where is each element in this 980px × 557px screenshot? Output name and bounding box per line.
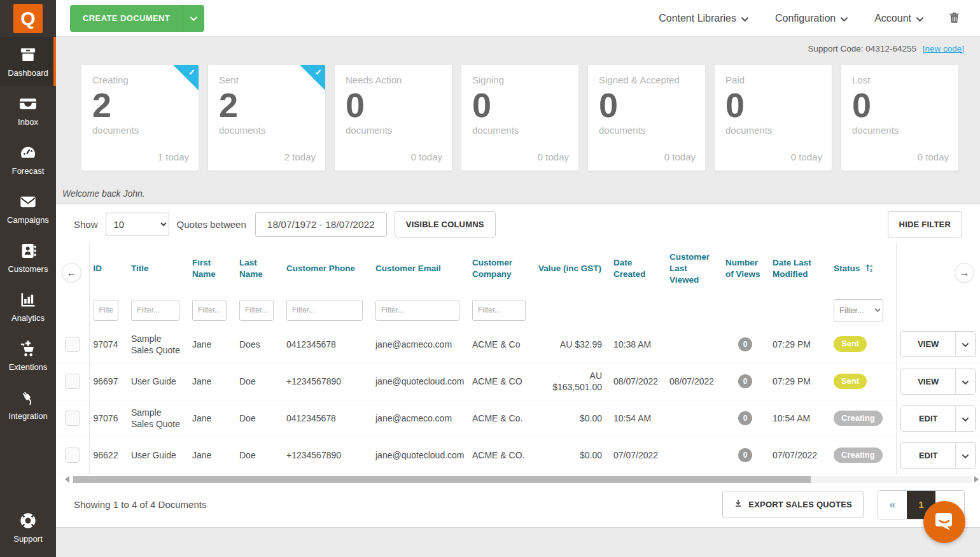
filter-select-status[interactable]: Filter... xyxy=(834,299,883,321)
cell-value: $0.00 xyxy=(535,400,610,437)
status-card-needs-action[interactable]: ✓Needs Action0documents0 today xyxy=(335,65,452,171)
row-action-caret-button[interactable] xyxy=(955,369,975,394)
row-checkbox[interactable] xyxy=(65,411,80,426)
filter-input-first[interactable] xyxy=(192,300,227,321)
filter-input-id[interactable] xyxy=(94,300,119,321)
status-card-paid[interactable]: ✓Paid0documents0 today xyxy=(715,65,832,171)
sidebar-nav: DashboardInboxForecastCampaignsCustomers… xyxy=(0,37,56,557)
column-header-id[interactable]: ID xyxy=(89,243,127,294)
pagination-first-button[interactable]: « xyxy=(878,491,907,519)
sidebar-item-customers[interactable]: Customers xyxy=(0,233,56,282)
cell-value: AU $32.99 xyxy=(535,326,610,363)
row-action-view-button[interactable]: VIEW xyxy=(901,332,955,356)
sidebar-item-extentions[interactable]: Extentions xyxy=(0,331,56,380)
column-header-last[interactable]: Last Name xyxy=(235,243,283,294)
create-document-caret-button[interactable] xyxy=(183,5,204,32)
download-icon xyxy=(734,499,743,510)
row-checkbox[interactable] xyxy=(65,337,80,352)
status-card-creating[interactable]: ✓Creating2documents1 today xyxy=(81,65,199,171)
card-count: 0 xyxy=(852,85,948,125)
sidebar-item-integration[interactable]: Integration xyxy=(0,380,56,429)
column-header-value[interactable]: Value (inc GST) xyxy=(535,243,610,294)
app-logo-icon[interactable]: Q xyxy=(13,4,43,33)
trash-icon xyxy=(948,17,961,26)
support-code-text: Support Code: 04312-64255 xyxy=(808,44,916,53)
scrollbar-thumb[interactable] xyxy=(73,476,811,483)
column-header-company[interactable]: Customer Company xyxy=(468,243,535,294)
column-header-email[interactable]: Customer Email xyxy=(372,243,468,294)
filter-input-company[interactable] xyxy=(472,300,526,321)
new-code-link[interactable]: [new code] xyxy=(923,44,964,53)
card-today: 0 today xyxy=(664,152,696,162)
topbar: CREATE DOCUMENT Content LibrariesConfigu… xyxy=(56,0,980,37)
visible-columns-button[interactable]: VISIBLE COLUMNS xyxy=(395,211,496,237)
menu-account[interactable]: Account xyxy=(874,13,923,24)
column-header-views[interactable]: Number of Views xyxy=(722,243,769,294)
status-card-signed-accepted[interactable]: ✓Signed & Accepted0documents0 today xyxy=(588,65,705,171)
filter-input-email[interactable] xyxy=(375,300,459,321)
hide-filter-button[interactable]: HIDE FILTER xyxy=(888,211,962,237)
check-icon: ✓ xyxy=(315,67,322,77)
main-column: CREATE DOCUMENT Content LibrariesConfigu… xyxy=(56,0,980,557)
row-action-view-button[interactable]: VIEW xyxy=(901,369,955,394)
showing-summary: Showing 1 to 4 of 4 Documents xyxy=(74,499,206,510)
card-count: 2 xyxy=(219,85,314,125)
row-action-edit-button[interactable]: EDIT xyxy=(901,406,955,431)
column-header-first[interactable]: First Name xyxy=(188,243,235,294)
sidebar-item-analytics[interactable]: Analytics xyxy=(0,282,56,331)
card-today: 0 today xyxy=(411,152,442,162)
menu-content-libraries[interactable]: Content Libraries xyxy=(659,13,748,24)
create-document-button[interactable]: CREATE DOCUMENT xyxy=(70,5,183,32)
scrollbar-right-arrow-icon[interactable] xyxy=(974,476,979,483)
sidebar-item-campaigns[interactable]: Campaigns xyxy=(0,184,56,233)
filter-input-title[interactable] xyxy=(131,300,179,321)
filter-input-phone[interactable] xyxy=(286,300,363,321)
views-badge: 0 xyxy=(738,411,752,425)
cell-company: ACME & CO xyxy=(468,363,535,400)
status-card-sent[interactable]: ✓Sent2documents2 today xyxy=(208,65,325,171)
status-badge: Sent xyxy=(834,336,867,352)
column-header-status[interactable]: StatusAZ xyxy=(830,243,896,294)
sidebar-item-label: Campaigns xyxy=(7,215,49,225)
cell-views: 0 xyxy=(722,326,769,363)
scroll-left-button[interactable]: ← xyxy=(62,263,81,283)
table-controls: Show 10 Quotes between VISIBLE COLUMNS H… xyxy=(56,204,980,243)
column-header-title[interactable]: Title xyxy=(127,243,188,294)
sidebar-item-label: Dashboard xyxy=(8,68,48,78)
card-label: Lost xyxy=(852,74,948,85)
row-action-edit-button[interactable]: EDIT xyxy=(901,443,955,468)
scrollbar-left-arrow-icon[interactable] xyxy=(65,476,69,483)
table-row: 97076Sample Sales QuoteJaneDoe0412345678… xyxy=(56,400,980,437)
column-header-phone[interactable]: Customer Phone xyxy=(283,243,372,294)
horizontal-scrollbar[interactable] xyxy=(65,476,979,484)
scroll-right-button[interactable]: → xyxy=(955,263,974,283)
card-label: Signed & Accepted xyxy=(599,74,694,85)
sidebar-item-support[interactable]: Support xyxy=(0,503,56,552)
sidebar-item-forecast[interactable]: Forecast xyxy=(0,135,56,184)
date-range-input[interactable] xyxy=(255,212,387,237)
column-header-viewed[interactable]: Customer Last Viewed xyxy=(666,243,722,294)
column-header-modified[interactable]: Date Last Modified xyxy=(769,243,830,294)
create-document-split-button: CREATE DOCUMENT xyxy=(70,5,204,32)
export-sales-quotes-button[interactable]: EXPORT SALES QUOTES xyxy=(722,491,864,518)
menu-configuration[interactable]: Configuration xyxy=(775,13,848,24)
scrollbar-track[interactable] xyxy=(72,476,972,483)
status-card-lost[interactable]: ✓Lost0documents0 today xyxy=(841,65,958,171)
cell-first: Jane xyxy=(188,400,235,437)
cell-modified: 10:54 AM xyxy=(769,400,830,437)
status-card-signing[interactable]: ✓Signing0documents0 today xyxy=(461,65,578,171)
app-root: Q DashboardInboxForecastCampaignsCustome… xyxy=(0,0,980,557)
column-header-created[interactable]: Date Created xyxy=(610,243,666,294)
trash-button[interactable] xyxy=(948,11,961,26)
row-action-caret-button[interactable] xyxy=(955,443,975,468)
chat-widget-button[interactable] xyxy=(923,501,965,543)
row-checkbox[interactable] xyxy=(65,448,80,463)
row-action-caret-button[interactable] xyxy=(955,406,975,431)
sidebar-item-inbox[interactable]: Inbox xyxy=(0,86,56,135)
sidebar-item-dashboard[interactable]: Dashboard xyxy=(0,37,56,86)
filter-input-last[interactable] xyxy=(239,300,274,321)
row-action-caret-button[interactable] xyxy=(955,332,975,356)
row-checkbox[interactable] xyxy=(65,374,80,389)
show-page-size-select[interactable]: 10 xyxy=(106,213,169,236)
sort-az-icon[interactable]: AZ xyxy=(860,264,874,273)
